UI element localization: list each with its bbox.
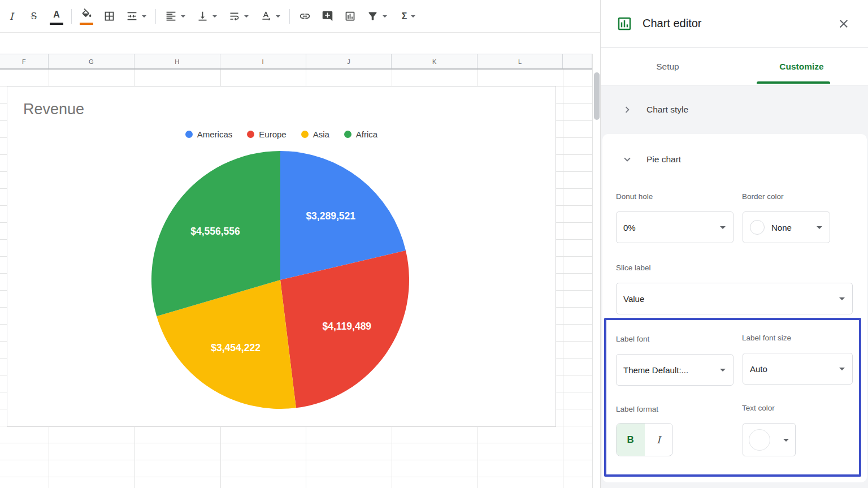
strikethrough-button[interactable]: S (23, 0, 45, 33)
column-header-F[interactable]: F (0, 54, 49, 68)
fill-color-button[interactable] (75, 0, 98, 33)
insert-comment-button[interactable] (316, 0, 338, 33)
toolbar-separator (155, 9, 156, 24)
dropdown-caret-icon (383, 15, 387, 18)
slice-value-label: $4,556,556 (190, 226, 240, 237)
column-header-K[interactable]: K (392, 54, 478, 68)
chevron-down-icon (621, 153, 633, 166)
column-header-G[interactable]: G (49, 54, 134, 68)
dropdown-caret-icon (839, 297, 845, 300)
text-color-icon: A (53, 10, 60, 20)
chart-legend: AmericasEuropeAsiaAfrica (7, 129, 555, 139)
merge-cells-button[interactable] (120, 0, 152, 33)
functions-icon: Σ (402, 11, 407, 21)
dropdown-caret-icon (181, 15, 185, 18)
column-header-J[interactable]: J (306, 54, 392, 68)
text-rotation-icon (260, 10, 272, 22)
chart-object[interactable]: Revenue AmericasEuropeAsiaAfrica $3,289,… (7, 86, 556, 427)
active-tab-indicator (757, 81, 830, 84)
column-header-row: FGHIJKL (0, 54, 592, 70)
merge-cells-icon (126, 10, 138, 22)
legend-dot (247, 131, 254, 138)
bold-button[interactable]: B (617, 424, 645, 456)
text-wrap-button[interactable] (223, 0, 254, 33)
close-icon (837, 17, 850, 31)
functions-button[interactable]: Σ (393, 0, 424, 33)
border-color-dropdown[interactable]: None (743, 211, 830, 243)
legend-dot (185, 131, 193, 138)
text-color-label: Text color (742, 404, 775, 412)
dropdown-caret-icon (142, 15, 146, 18)
dropdown-caret-icon (817, 226, 822, 229)
legend-item-americas: Americas (185, 129, 233, 139)
create-filter-button[interactable] (361, 0, 393, 33)
vertical-scrollbar[interactable] (592, 54, 600, 488)
vertical-align-icon (197, 10, 209, 22)
dropdown-caret-icon (783, 439, 789, 442)
text-color-button[interactable]: A (45, 0, 68, 33)
italic-icon: I (10, 11, 14, 22)
text-color-swatch (749, 429, 770, 451)
horizontal-align-button[interactable] (159, 0, 191, 33)
toolbar: ISAΣ (0, 0, 600, 33)
toolbar-separator (289, 9, 290, 24)
fill-color-icon (81, 8, 93, 20)
vertical-align-button[interactable] (191, 0, 223, 33)
dropdown-caret-icon (411, 15, 415, 18)
panel-header: Chart editor (601, 0, 868, 47)
column-header-H[interactable]: H (134, 54, 220, 68)
chart-title: Revenue (23, 101, 84, 118)
pie-chart-section-header[interactable]: Pie chart (602, 145, 867, 174)
tab-customize[interactable]: Customize (735, 48, 868, 85)
section-chart-style[interactable]: Chart style (601, 86, 868, 133)
legend-dot (301, 131, 309, 138)
donut-hole-dropdown[interactable]: 0% (616, 211, 734, 243)
insert-link-button[interactable] (293, 0, 316, 33)
create-filter-icon (367, 10, 379, 22)
dropdown-caret-icon (720, 226, 726, 229)
text-wrap-icon (228, 10, 240, 22)
slice-value-label: $4,119,489 (322, 321, 371, 332)
label-format-group: B I (616, 423, 673, 456)
text-color-dropdown[interactable] (743, 423, 796, 456)
spreadsheet-area: FGHIJKL Revenue AmericasEuropeAsiaAfrica… (0, 33, 600, 488)
fill-color-swatch-bar (80, 23, 93, 25)
label-font-size-dropdown[interactable]: Auto (743, 353, 853, 385)
panel-title: Chart editor (643, 17, 702, 30)
tab-bar: Setup Customize (601, 48, 868, 85)
pie-chart: $3,289,521$4,119,489$3,454,222$4,556,556 (151, 151, 409, 409)
dropdown-caret-icon (720, 369, 726, 372)
legend-label: Asia (313, 129, 329, 139)
slice-value-label: $3,454,222 (211, 342, 261, 353)
border-color-swatch (750, 220, 765, 235)
slice-label-dropdown[interactable]: Value (616, 283, 853, 314)
chart-editor-panel: Chart editor Setup Customize Chart style… (600, 0, 868, 488)
chevron-right-icon (621, 103, 633, 116)
insert-chart-button[interactable] (338, 0, 361, 33)
italic-button[interactable]: I (0, 0, 23, 33)
legend-label: Europe (259, 129, 286, 139)
close-button[interactable] (837, 17, 850, 31)
pie-chart-label: Pie chart (646, 154, 681, 165)
strikethrough-icon: S (31, 11, 37, 21)
column-header-partial[interactable] (563, 54, 592, 68)
dropdown-caret-icon (839, 368, 845, 370)
toolbar-separator (71, 9, 72, 24)
insert-chart-icon (344, 10, 356, 22)
label-font-dropdown[interactable]: Theme Default:... (616, 354, 734, 386)
italic-button[interactable]: I (645, 424, 673, 456)
tab-setup[interactable]: Setup (601, 48, 735, 85)
donut-hole-label: Donut hole (616, 192, 653, 201)
insert-link-icon (299, 10, 311, 22)
dropdown-caret-icon (212, 15, 217, 18)
label-format-label: Label format (616, 405, 658, 413)
borders-button[interactable] (98, 0, 120, 33)
column-header-I[interactable]: I (220, 54, 306, 68)
section-pie-chart: Pie chart Donut hole Border color 0% Non… (602, 134, 867, 482)
scrollbar-thumb[interactable] (594, 72, 600, 120)
text-rotation-button[interactable] (254, 0, 286, 33)
column-header-L[interactable]: L (478, 54, 563, 68)
dropdown-caret-icon (244, 15, 249, 18)
legend-item-asia: Asia (301, 129, 329, 139)
horizontal-align-icon (165, 10, 177, 22)
